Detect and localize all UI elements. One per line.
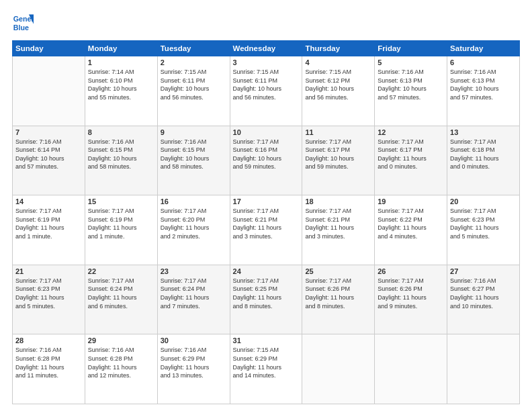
header: General Blue — [12, 12, 520, 34]
day-number: 11 — [305, 128, 371, 136]
calendar-cell: 12Sunrise: 7:17 AM Sunset: 6:17 PM Dayli… — [375, 126, 447, 195]
page: General Blue SundayMondayTuesdayWednesda… — [0, 0, 532, 411]
day-number: 9 — [161, 128, 227, 136]
calendar-cell — [13, 56, 85, 126]
calendar-cell: 21Sunrise: 7:17 AM Sunset: 6:23 PM Dayli… — [13, 265, 85, 334]
calendar-week-row: 14Sunrise: 7:17 AM Sunset: 6:19 PM Dayli… — [13, 195, 520, 265]
day-info: Sunrise: 7:17 AM Sunset: 6:24 PM Dayligh… — [161, 277, 227, 310]
col-header-friday: Friday — [375, 41, 447, 56]
day-info: Sunrise: 7:16 AM Sunset: 6:14 PM Dayligh… — [15, 138, 82, 171]
calendar-cell: 10Sunrise: 7:17 AM Sunset: 6:16 PM Dayli… — [230, 126, 302, 195]
day-info: Sunrise: 7:17 AM Sunset: 6:20 PM Dayligh… — [161, 207, 227, 240]
day-number: 21 — [15, 267, 82, 275]
day-number: 8 — [88, 128, 154, 136]
calendar-cell — [375, 334, 447, 404]
day-number: 13 — [450, 128, 517, 136]
day-info: Sunrise: 7:15 AM Sunset: 6:12 PM Dayligh… — [305, 68, 371, 101]
day-info: Sunrise: 7:14 AM Sunset: 6:10 PM Dayligh… — [88, 68, 154, 101]
day-number: 22 — [88, 267, 154, 275]
day-number: 20 — [450, 197, 517, 205]
day-number: 15 — [88, 197, 154, 205]
day-info: Sunrise: 7:16 AM Sunset: 6:29 PM Dayligh… — [161, 346, 227, 379]
day-number: 7 — [15, 128, 82, 136]
day-info: Sunrise: 7:17 AM Sunset: 6:23 PM Dayligh… — [15, 277, 82, 310]
day-info: Sunrise: 7:16 AM Sunset: 6:15 PM Dayligh… — [161, 138, 227, 171]
calendar-cell: 29Sunrise: 7:16 AM Sunset: 6:28 PM Dayli… — [85, 334, 157, 404]
day-number: 26 — [378, 267, 444, 275]
day-info: Sunrise: 7:15 AM Sunset: 6:11 PM Dayligh… — [233, 68, 300, 101]
day-number: 1 — [88, 58, 154, 66]
day-number: 19 — [378, 197, 444, 205]
calendar-week-row: 28Sunrise: 7:16 AM Sunset: 6:28 PM Dayli… — [13, 334, 520, 404]
day-info: Sunrise: 7:17 AM Sunset: 6:23 PM Dayligh… — [450, 207, 517, 240]
calendar-cell: 5Sunrise: 7:16 AM Sunset: 6:13 PM Daylig… — [375, 56, 447, 126]
day-number: 24 — [233, 267, 300, 275]
logo-icon: General Blue — [12, 12, 34, 34]
calendar-table: SundayMondayTuesdayWednesdayThursdayFrid… — [12, 40, 520, 404]
day-info: Sunrise: 7:17 AM Sunset: 6:19 PM Dayligh… — [88, 207, 154, 240]
calendar-cell: 17Sunrise: 7:17 AM Sunset: 6:21 PM Dayli… — [230, 195, 302, 265]
col-header-wednesday: Wednesday — [230, 41, 302, 56]
day-info: Sunrise: 7:17 AM Sunset: 6:26 PM Dayligh… — [305, 277, 371, 310]
day-number: 23 — [161, 267, 227, 275]
day-number: 10 — [233, 128, 300, 136]
calendar-cell: 1Sunrise: 7:14 AM Sunset: 6:10 PM Daylig… — [85, 56, 157, 126]
calendar-cell: 15Sunrise: 7:17 AM Sunset: 6:19 PM Dayli… — [85, 195, 157, 265]
day-info: Sunrise: 7:17 AM Sunset: 6:25 PM Dayligh… — [233, 277, 300, 310]
day-info: Sunrise: 7:17 AM Sunset: 6:21 PM Dayligh… — [233, 207, 300, 240]
day-number: 29 — [88, 336, 154, 345]
day-number: 5 — [378, 58, 444, 66]
calendar-cell: 31Sunrise: 7:15 AM Sunset: 6:29 PM Dayli… — [230, 334, 302, 404]
day-number: 25 — [305, 267, 371, 275]
day-number: 14 — [15, 197, 82, 205]
calendar-cell: 28Sunrise: 7:16 AM Sunset: 6:28 PM Dayli… — [13, 334, 85, 404]
day-number: 12 — [378, 128, 444, 136]
day-info: Sunrise: 7:17 AM Sunset: 6:16 PM Dayligh… — [233, 138, 300, 171]
calendar-cell — [447, 334, 520, 404]
col-header-thursday: Thursday — [302, 41, 375, 56]
calendar-cell — [302, 334, 375, 404]
logo: General Blue — [12, 12, 34, 34]
calendar-cell: 4Sunrise: 7:15 AM Sunset: 6:12 PM Daylig… — [302, 56, 375, 126]
day-number: 16 — [161, 197, 227, 205]
calendar-week-row: 7Sunrise: 7:16 AM Sunset: 6:14 PM Daylig… — [13, 126, 520, 195]
day-info: Sunrise: 7:16 AM Sunset: 6:27 PM Dayligh… — [450, 277, 517, 310]
day-info: Sunrise: 7:15 AM Sunset: 6:29 PM Dayligh… — [233, 346, 300, 379]
calendar-cell: 13Sunrise: 7:17 AM Sunset: 6:18 PM Dayli… — [447, 126, 520, 195]
day-info: Sunrise: 7:17 AM Sunset: 6:26 PM Dayligh… — [378, 277, 444, 310]
calendar-cell: 9Sunrise: 7:16 AM Sunset: 6:15 PM Daylig… — [157, 126, 230, 195]
day-info: Sunrise: 7:16 AM Sunset: 6:13 PM Dayligh… — [450, 68, 517, 101]
col-header-saturday: Saturday — [447, 41, 520, 56]
day-number: 30 — [161, 336, 227, 345]
calendar-cell: 22Sunrise: 7:17 AM Sunset: 6:24 PM Dayli… — [85, 265, 157, 334]
calendar-cell: 6Sunrise: 7:16 AM Sunset: 6:13 PM Daylig… — [447, 56, 520, 126]
svg-text:Blue: Blue — [13, 24, 29, 32]
calendar-cell: 26Sunrise: 7:17 AM Sunset: 6:26 PM Dayli… — [375, 265, 447, 334]
day-number: 31 — [233, 336, 300, 345]
day-number: 18 — [305, 197, 371, 205]
calendar-cell: 27Sunrise: 7:16 AM Sunset: 6:27 PM Dayli… — [447, 265, 520, 334]
day-number: 28 — [15, 336, 82, 345]
calendar-header-row: SundayMondayTuesdayWednesdayThursdayFrid… — [13, 41, 520, 56]
calendar-cell: 16Sunrise: 7:17 AM Sunset: 6:20 PM Dayli… — [157, 195, 230, 265]
day-info: Sunrise: 7:17 AM Sunset: 6:19 PM Dayligh… — [15, 207, 82, 240]
day-number: 17 — [233, 197, 300, 205]
day-info: Sunrise: 7:17 AM Sunset: 6:22 PM Dayligh… — [378, 207, 444, 240]
day-info: Sunrise: 7:17 AM Sunset: 6:18 PM Dayligh… — [450, 138, 517, 171]
day-info: Sunrise: 7:17 AM Sunset: 6:17 PM Dayligh… — [378, 138, 444, 171]
calendar-cell: 19Sunrise: 7:17 AM Sunset: 6:22 PM Dayli… — [375, 195, 447, 265]
day-number: 27 — [450, 267, 517, 275]
calendar-cell: 25Sunrise: 7:17 AM Sunset: 6:26 PM Dayli… — [302, 265, 375, 334]
day-info: Sunrise: 7:16 AM Sunset: 6:15 PM Dayligh… — [88, 138, 154, 171]
col-header-monday: Monday — [85, 41, 157, 56]
day-info: Sunrise: 7:17 AM Sunset: 6:17 PM Dayligh… — [305, 138, 371, 171]
calendar-cell: 23Sunrise: 7:17 AM Sunset: 6:24 PM Dayli… — [157, 265, 230, 334]
calendar-cell: 20Sunrise: 7:17 AM Sunset: 6:23 PM Dayli… — [447, 195, 520, 265]
calendar-week-row: 21Sunrise: 7:17 AM Sunset: 6:23 PM Dayli… — [13, 265, 520, 334]
day-number: 6 — [450, 58, 517, 66]
day-info: Sunrise: 7:15 AM Sunset: 6:11 PM Dayligh… — [161, 68, 227, 101]
day-number: 3 — [233, 58, 300, 66]
day-number: 4 — [305, 58, 371, 66]
calendar-cell: 2Sunrise: 7:15 AM Sunset: 6:11 PM Daylig… — [157, 56, 230, 126]
day-info: Sunrise: 7:16 AM Sunset: 6:28 PM Dayligh… — [88, 346, 154, 379]
